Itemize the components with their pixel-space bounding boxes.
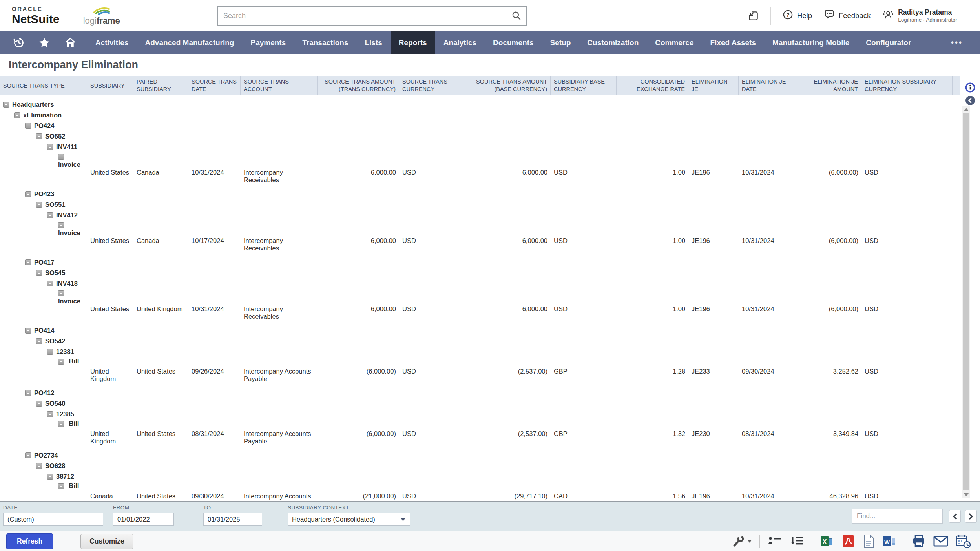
shortcuts-star-icon[interactable] xyxy=(38,37,50,49)
collapse-minus-icon[interactable] xyxy=(47,411,53,417)
export-pdf-icon[interactable] xyxy=(841,534,855,548)
column-header[interactable]: ELIMINATION JE xyxy=(688,76,739,95)
column-header[interactable]: ELIMINATION JE DATE xyxy=(739,76,799,95)
tree-node-label[interactable]: Bill xyxy=(67,420,79,427)
collapse-minus-icon[interactable] xyxy=(47,212,53,218)
column-header[interactable]: ELIMINATION JE AMOUNT xyxy=(799,76,861,95)
tree-node-label[interactable]: Headquarters xyxy=(12,101,54,108)
tree-node-label[interactable]: PO414 xyxy=(34,327,54,334)
nav-tab-reports[interactable]: Reports xyxy=(391,31,435,54)
nav-tab-manufacturing-mobile[interactable]: Manufacturing Mobile xyxy=(764,31,858,54)
column-header[interactable]: ELIMINATION SUBSIDIARY CURRENCY xyxy=(861,76,953,95)
export-excel-icon[interactable]: X xyxy=(820,534,834,548)
collapse-minus-icon[interactable] xyxy=(25,390,31,396)
collapse-minus-icon[interactable] xyxy=(58,359,64,365)
scroll-up-icon[interactable] xyxy=(964,108,969,111)
collapse-minus-icon[interactable] xyxy=(47,281,53,286)
nav-tab-transactions[interactable]: Transactions xyxy=(294,31,356,54)
settings-caret-icon[interactable] xyxy=(747,540,752,543)
find-previous-button[interactable] xyxy=(949,510,961,523)
nav-tab-commerce[interactable]: Commerce xyxy=(647,31,702,54)
collapse-minus-icon[interactable] xyxy=(47,144,53,150)
nav-tab-payments[interactable]: Payments xyxy=(242,31,294,54)
scrollbar-thumb[interactable] xyxy=(963,113,969,490)
tree-node-label[interactable]: PO417 xyxy=(34,259,54,266)
nav-tab-advanced-manufacturing[interactable]: Advanced Manufacturing xyxy=(137,31,242,54)
tree-node-label[interactable]: SO551 xyxy=(45,201,65,208)
tree-node-label[interactable]: SO542 xyxy=(45,338,65,345)
nav-tab-configurator[interactable]: Configurator xyxy=(858,31,919,54)
nav-tab-customization[interactable]: Customization xyxy=(579,31,647,54)
refresh-button[interactable]: Refresh xyxy=(6,533,53,549)
column-header[interactable]: SOURCE TRANS ACCOUNT xyxy=(241,76,318,95)
restore-window-icon[interactable] xyxy=(748,11,759,21)
collapse-minus-icon[interactable] xyxy=(58,154,64,160)
tree-node-label[interactable]: PO412 xyxy=(34,389,54,397)
tree-node-label[interactable]: SO540 xyxy=(45,400,65,407)
schedule-icon[interactable] xyxy=(956,534,971,548)
nav-tab-lists[interactable]: Lists xyxy=(356,31,390,54)
find-input[interactable] xyxy=(852,509,943,524)
tree-node-label[interactable]: PO424 xyxy=(34,122,54,130)
collapse-minus-icon[interactable] xyxy=(36,463,42,469)
nav-tab-analytics[interactable]: Analytics xyxy=(435,31,485,54)
tree-node-label[interactable]: SO628 xyxy=(45,462,65,470)
collapse-minus-icon[interactable] xyxy=(58,483,64,489)
subsidiary-context-select[interactable]: Headquarters (Consolidated) xyxy=(288,513,410,526)
collapse-minus-icon[interactable] xyxy=(58,222,64,228)
column-header[interactable]: SUBSIDIARY BASE CURRENCY xyxy=(551,76,617,95)
info-icon[interactable] xyxy=(965,82,975,94)
tree-node-label[interactable]: xElimination xyxy=(23,111,62,119)
collapse-minus-icon[interactable] xyxy=(58,290,64,296)
export-word-icon[interactable]: W xyxy=(882,534,896,548)
tree-node-label[interactable]: INV418 xyxy=(56,280,78,287)
column-header[interactable]: SOURCE TRANS AMOUNT (BASE CURRENCY) xyxy=(461,76,551,95)
help-button[interactable]: ? Help xyxy=(783,9,812,22)
export-csv-icon[interactable] xyxy=(862,534,875,548)
collapse-rows-icon[interactable] xyxy=(790,536,805,547)
find-next-button[interactable] xyxy=(965,510,977,523)
collapse-minus-icon[interactable] xyxy=(25,259,31,265)
collapse-minus-icon[interactable] xyxy=(25,452,31,458)
vertical-scrollbar[interactable] xyxy=(962,106,970,498)
collapse-minus-icon[interactable] xyxy=(14,112,20,118)
column-header[interactable]: SUBSIDIARY xyxy=(87,76,133,95)
tree-node-label[interactable]: SO552 xyxy=(45,133,65,140)
tree-node-label[interactable]: PO2734 xyxy=(34,452,58,459)
collapse-panel-icon[interactable] xyxy=(965,95,975,107)
nav-tab-setup[interactable]: Setup xyxy=(542,31,579,54)
tree-node-label[interactable]: SO545 xyxy=(45,269,65,277)
nav-tab-documents[interactable]: Documents xyxy=(485,31,542,54)
tree-node-label[interactable]: 12381 xyxy=(56,348,74,356)
tree-node-label[interactable]: PO423 xyxy=(34,190,54,198)
nav-overflow-button[interactable]: ••• xyxy=(951,31,980,54)
report-settings-icon[interactable] xyxy=(732,535,745,547)
collapse-minus-icon[interactable] xyxy=(36,202,42,208)
tree-node-label[interactable]: 38712 xyxy=(56,473,74,480)
collapse-minus-icon[interactable] xyxy=(25,123,31,129)
recent-records-icon[interactable] xyxy=(13,37,24,48)
collapse-minus-icon[interactable] xyxy=(47,349,53,355)
nav-tab-activities[interactable]: Activities xyxy=(87,31,137,54)
collapse-minus-icon[interactable] xyxy=(36,401,42,407)
column-header[interactable]: SOURCE TRANS TYPE xyxy=(0,76,87,95)
to-date-input[interactable] xyxy=(203,513,262,526)
user-menu[interactable]: Raditya Pratama Logiframe · Administrato… xyxy=(882,9,957,23)
column-header[interactable]: SOURCE TRANS AMOUNT (TRANS CURRENCY) xyxy=(318,76,399,95)
tree-node-label[interactable]: Invoice xyxy=(58,229,80,236)
collapse-minus-icon[interactable] xyxy=(47,474,53,480)
collapse-minus-icon[interactable] xyxy=(36,270,42,276)
collapse-minus-icon[interactable] xyxy=(25,328,31,334)
collapse-minus-icon[interactable] xyxy=(3,102,9,108)
collapse-minus-icon[interactable] xyxy=(58,421,64,427)
from-date-input[interactable] xyxy=(113,513,174,526)
feedback-button[interactable]: Feedback xyxy=(824,9,871,22)
search-input[interactable] xyxy=(218,12,511,20)
collapse-minus-icon[interactable] xyxy=(36,133,42,139)
tree-node-label[interactable]: Bill xyxy=(67,482,79,489)
tree-node-label[interactable]: INV412 xyxy=(56,212,78,219)
column-header[interactable]: SOURCE TRANS CURRENCY xyxy=(399,76,461,95)
tree-node-label[interactable]: INV411 xyxy=(56,143,77,151)
column-header[interactable]: CONSOLIDATED EXCHANGE RATE xyxy=(617,76,688,95)
print-icon[interactable] xyxy=(912,535,926,548)
